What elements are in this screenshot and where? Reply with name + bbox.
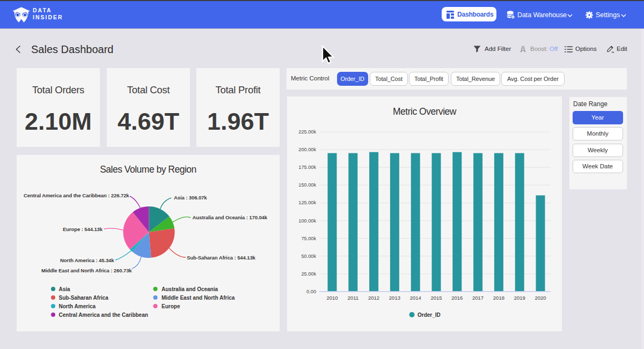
svg-text:2012: 2012 [368, 295, 379, 301]
svg-text:Order_ID: Order_ID [418, 312, 441, 318]
svg-text:North America : 45.34k: North America : 45.34k [60, 257, 114, 263]
svg-text:Central America and the Caribb: Central America and the Caribbean [59, 312, 148, 318]
svg-text:Asia : 306.07k: Asia : 306.07k [174, 195, 207, 201]
svg-text:2016: 2016 [451, 295, 463, 301]
svg-text:2019: 2019 [514, 295, 525, 301]
svg-text:Metric Overview: Metric Overview [393, 106, 457, 117]
svg-text:150.00k: 150.00k [298, 182, 316, 188]
svg-text:Middle East and North Africa :: Middle East and North Africa : 260.73k [41, 268, 132, 273]
svg-text:175.00k: 175.00k [298, 165, 316, 170]
svg-text:225.00k: 225.00k [298, 129, 316, 135]
svg-text:2011: 2011 [348, 295, 358, 301]
svg-text:Europe : 544.13k: Europe : 544.13k [63, 226, 103, 232]
svg-text:Sub-Saharan Africa: Sub-Saharan Africa [59, 295, 109, 301]
svg-text:Sub-Saharan Africa : 544.13k: Sub-Saharan Africa : 544.13k [187, 255, 256, 261]
svg-text:Australia and Oceania: Australia and Oceania [162, 286, 218, 292]
svg-text:75.00k: 75.00k [301, 236, 316, 241]
svg-text:2014: 2014 [410, 295, 421, 301]
svg-text:0.00: 0.00 [306, 289, 316, 294]
svg-text:Sales Volume by Region: Sales Volume by Region [100, 164, 196, 175]
svg-text:100.00k: 100.00k [298, 218, 316, 224]
svg-text:25.00k: 25.00k [301, 271, 316, 277]
svg-text:Australia and Oceania : 170.04: Australia and Oceania : 170.04k [193, 214, 268, 220]
svg-text:2017: 2017 [472, 295, 484, 301]
svg-text:Middle East and North Africa: Middle East and North Africa [162, 295, 235, 301]
svg-text:50.00k: 50.00k [301, 254, 316, 259]
svg-text:2013: 2013 [389, 295, 400, 301]
svg-text:2015: 2015 [430, 295, 442, 301]
svg-text:Asia: Asia [59, 286, 71, 292]
svg-text:2020: 2020 [535, 295, 546, 301]
svg-text:2018: 2018 [493, 295, 504, 301]
svg-text:2010: 2010 [326, 295, 338, 301]
svg-text:200.00k: 200.00k [298, 147, 316, 152]
svg-text:Central America and the Caribb: Central America and the Caribbean : 226.… [24, 192, 129, 198]
svg-text:Europe: Europe [162, 303, 180, 309]
svg-text:North America: North America [59, 303, 96, 309]
svg-text:125.00k: 125.00k [298, 200, 316, 205]
